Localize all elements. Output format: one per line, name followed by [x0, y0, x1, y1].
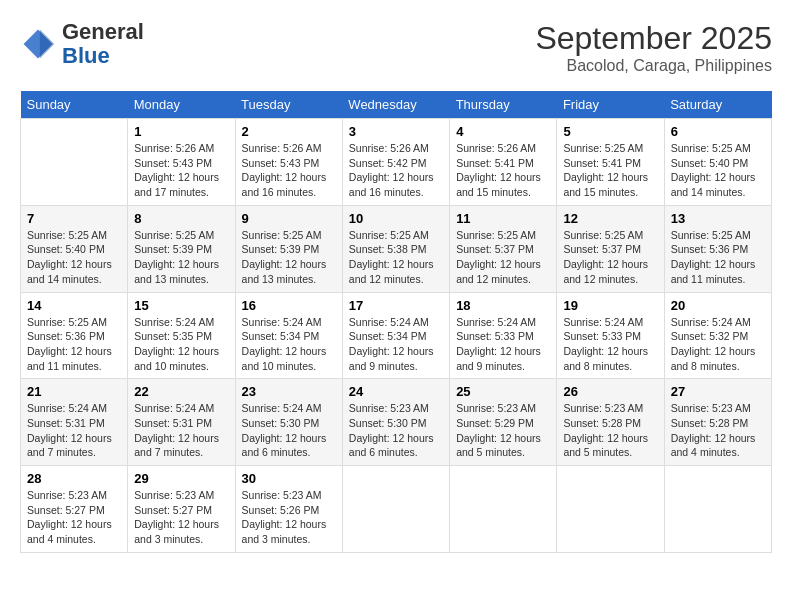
day-info: Sunrise: 5:25 AM Sunset: 5:36 PM Dayligh…: [27, 315, 121, 374]
calendar-cell: 4Sunrise: 5:26 AM Sunset: 5:41 PM Daylig…: [450, 119, 557, 206]
calendar-cell: 2Sunrise: 5:26 AM Sunset: 5:43 PM Daylig…: [235, 119, 342, 206]
day-info: Sunrise: 5:25 AM Sunset: 5:37 PM Dayligh…: [563, 228, 657, 287]
day-number: 15: [134, 298, 228, 313]
day-number: 25: [456, 384, 550, 399]
day-info: Sunrise: 5:24 AM Sunset: 5:30 PM Dayligh…: [242, 401, 336, 460]
day-info: Sunrise: 5:23 AM Sunset: 5:30 PM Dayligh…: [349, 401, 443, 460]
day-number: 24: [349, 384, 443, 399]
calendar-header-row: SundayMondayTuesdayWednesdayThursdayFrid…: [21, 91, 772, 119]
day-info: Sunrise: 5:26 AM Sunset: 5:43 PM Dayligh…: [242, 141, 336, 200]
calendar-cell: 29Sunrise: 5:23 AM Sunset: 5:27 PM Dayli…: [128, 466, 235, 553]
day-number: 22: [134, 384, 228, 399]
calendar-cell: 12Sunrise: 5:25 AM Sunset: 5:37 PM Dayli…: [557, 205, 664, 292]
logo: General Blue: [20, 20, 144, 68]
day-number: 14: [27, 298, 121, 313]
header-day-wednesday: Wednesday: [342, 91, 449, 119]
title-block: September 2025 Bacolod, Caraga, Philippi…: [535, 20, 772, 75]
day-number: 12: [563, 211, 657, 226]
calendar-cell: 18Sunrise: 5:24 AM Sunset: 5:33 PM Dayli…: [450, 292, 557, 379]
day-info: Sunrise: 5:24 AM Sunset: 5:31 PM Dayligh…: [27, 401, 121, 460]
day-info: Sunrise: 5:23 AM Sunset: 5:27 PM Dayligh…: [134, 488, 228, 547]
day-number: 8: [134, 211, 228, 226]
day-number: 27: [671, 384, 765, 399]
day-number: 7: [27, 211, 121, 226]
day-info: Sunrise: 5:25 AM Sunset: 5:40 PM Dayligh…: [671, 141, 765, 200]
day-info: Sunrise: 5:25 AM Sunset: 5:41 PM Dayligh…: [563, 141, 657, 200]
day-info: Sunrise: 5:25 AM Sunset: 5:36 PM Dayligh…: [671, 228, 765, 287]
header-day-saturday: Saturday: [664, 91, 771, 119]
calendar-cell: 11Sunrise: 5:25 AM Sunset: 5:37 PM Dayli…: [450, 205, 557, 292]
day-info: Sunrise: 5:23 AM Sunset: 5:26 PM Dayligh…: [242, 488, 336, 547]
calendar-week-row: 7Sunrise: 5:25 AM Sunset: 5:40 PM Daylig…: [21, 205, 772, 292]
day-number: 9: [242, 211, 336, 226]
logo-text: General Blue: [62, 20, 144, 68]
calendar-cell: 19Sunrise: 5:24 AM Sunset: 5:33 PM Dayli…: [557, 292, 664, 379]
calendar-week-row: 21Sunrise: 5:24 AM Sunset: 5:31 PM Dayli…: [21, 379, 772, 466]
calendar-week-row: 1Sunrise: 5:26 AM Sunset: 5:43 PM Daylig…: [21, 119, 772, 206]
calendar-cell: 24Sunrise: 5:23 AM Sunset: 5:30 PM Dayli…: [342, 379, 449, 466]
calendar-cell: [557, 466, 664, 553]
day-info: Sunrise: 5:26 AM Sunset: 5:42 PM Dayligh…: [349, 141, 443, 200]
calendar-cell: [664, 466, 771, 553]
header-day-friday: Friday: [557, 91, 664, 119]
calendar-week-row: 14Sunrise: 5:25 AM Sunset: 5:36 PM Dayli…: [21, 292, 772, 379]
day-number: 3: [349, 124, 443, 139]
day-info: Sunrise: 5:24 AM Sunset: 5:33 PM Dayligh…: [563, 315, 657, 374]
header-day-tuesday: Tuesday: [235, 91, 342, 119]
day-info: Sunrise: 5:24 AM Sunset: 5:34 PM Dayligh…: [242, 315, 336, 374]
calendar-cell: 7Sunrise: 5:25 AM Sunset: 5:40 PM Daylig…: [21, 205, 128, 292]
calendar-cell: 22Sunrise: 5:24 AM Sunset: 5:31 PM Dayli…: [128, 379, 235, 466]
calendar-subtitle: Bacolod, Caraga, Philippines: [535, 57, 772, 75]
calendar-cell: 14Sunrise: 5:25 AM Sunset: 5:36 PM Dayli…: [21, 292, 128, 379]
calendar-cell: 6Sunrise: 5:25 AM Sunset: 5:40 PM Daylig…: [664, 119, 771, 206]
day-info: Sunrise: 5:26 AM Sunset: 5:43 PM Dayligh…: [134, 141, 228, 200]
day-info: Sunrise: 5:26 AM Sunset: 5:41 PM Dayligh…: [456, 141, 550, 200]
calendar-cell: 25Sunrise: 5:23 AM Sunset: 5:29 PM Dayli…: [450, 379, 557, 466]
calendar-cell: 3Sunrise: 5:26 AM Sunset: 5:42 PM Daylig…: [342, 119, 449, 206]
logo-icon: [20, 26, 56, 62]
day-info: Sunrise: 5:25 AM Sunset: 5:39 PM Dayligh…: [242, 228, 336, 287]
svg-marker-1: [40, 30, 54, 59]
calendar-cell: 1Sunrise: 5:26 AM Sunset: 5:43 PM Daylig…: [128, 119, 235, 206]
day-number: 19: [563, 298, 657, 313]
day-info: Sunrise: 5:24 AM Sunset: 5:34 PM Dayligh…: [349, 315, 443, 374]
day-info: Sunrise: 5:23 AM Sunset: 5:27 PM Dayligh…: [27, 488, 121, 547]
calendar-cell: 27Sunrise: 5:23 AM Sunset: 5:28 PM Dayli…: [664, 379, 771, 466]
calendar-cell: 28Sunrise: 5:23 AM Sunset: 5:27 PM Dayli…: [21, 466, 128, 553]
day-info: Sunrise: 5:24 AM Sunset: 5:31 PM Dayligh…: [134, 401, 228, 460]
day-number: 5: [563, 124, 657, 139]
day-number: 11: [456, 211, 550, 226]
header-day-monday: Monday: [128, 91, 235, 119]
calendar-cell: [450, 466, 557, 553]
header-day-sunday: Sunday: [21, 91, 128, 119]
day-number: 2: [242, 124, 336, 139]
day-number: 16: [242, 298, 336, 313]
day-number: 1: [134, 124, 228, 139]
calendar-cell: 23Sunrise: 5:24 AM Sunset: 5:30 PM Dayli…: [235, 379, 342, 466]
day-number: 21: [27, 384, 121, 399]
day-number: 13: [671, 211, 765, 226]
day-info: Sunrise: 5:25 AM Sunset: 5:37 PM Dayligh…: [456, 228, 550, 287]
day-number: 30: [242, 471, 336, 486]
day-number: 4: [456, 124, 550, 139]
calendar-cell: 20Sunrise: 5:24 AM Sunset: 5:32 PM Dayli…: [664, 292, 771, 379]
calendar-cell: 13Sunrise: 5:25 AM Sunset: 5:36 PM Dayli…: [664, 205, 771, 292]
day-number: 6: [671, 124, 765, 139]
day-info: Sunrise: 5:24 AM Sunset: 5:32 PM Dayligh…: [671, 315, 765, 374]
day-info: Sunrise: 5:23 AM Sunset: 5:29 PM Dayligh…: [456, 401, 550, 460]
day-info: Sunrise: 5:25 AM Sunset: 5:39 PM Dayligh…: [134, 228, 228, 287]
calendar-cell: 5Sunrise: 5:25 AM Sunset: 5:41 PM Daylig…: [557, 119, 664, 206]
day-number: 10: [349, 211, 443, 226]
day-number: 23: [242, 384, 336, 399]
calendar-table: SundayMondayTuesdayWednesdayThursdayFrid…: [20, 91, 772, 553]
calendar-cell: 8Sunrise: 5:25 AM Sunset: 5:39 PM Daylig…: [128, 205, 235, 292]
day-number: 18: [456, 298, 550, 313]
day-info: Sunrise: 5:25 AM Sunset: 5:40 PM Dayligh…: [27, 228, 121, 287]
calendar-cell: 9Sunrise: 5:25 AM Sunset: 5:39 PM Daylig…: [235, 205, 342, 292]
day-info: Sunrise: 5:23 AM Sunset: 5:28 PM Dayligh…: [671, 401, 765, 460]
day-info: Sunrise: 5:24 AM Sunset: 5:33 PM Dayligh…: [456, 315, 550, 374]
day-info: Sunrise: 5:24 AM Sunset: 5:35 PM Dayligh…: [134, 315, 228, 374]
calendar-cell: 17Sunrise: 5:24 AM Sunset: 5:34 PM Dayli…: [342, 292, 449, 379]
header-day-thursday: Thursday: [450, 91, 557, 119]
calendar-week-row: 28Sunrise: 5:23 AM Sunset: 5:27 PM Dayli…: [21, 466, 772, 553]
